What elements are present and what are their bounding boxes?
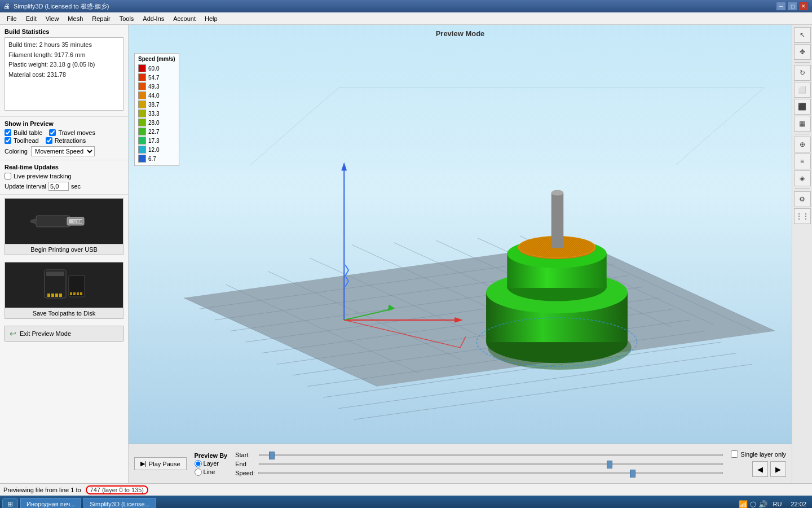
travel-moves-label: Travel moves	[58, 129, 95, 136]
legend-item-2: 49.3	[138, 82, 175, 91]
exit-preview-arrow-icon: ↩	[10, 329, 16, 338]
toolbar-separator-3	[795, 189, 810, 189]
coloring-select[interactable]: Movement Speed Feature Type Temperature	[31, 146, 95, 156]
legend-color-6	[138, 119, 146, 126]
live-preview-checkbox[interactable]	[5, 173, 11, 179]
bottom-controls: ▶| Play Pause Preview By Layer Line Star…	[129, 444, 792, 483]
retractions-label: Retractions	[55, 137, 86, 144]
exit-preview-label: Exit Preview Mode	[20, 330, 71, 337]
app-icon: 🖨	[3, 2, 10, 10]
taskbar-item-0[interactable]: Инородная печ...	[20, 498, 81, 508]
toolhead-checkbox[interactable]	[5, 137, 11, 144]
legend-item-10: 6.7	[138, 154, 175, 163]
realtime-section: Real-time Updates Live preview tracking …	[0, 160, 128, 195]
update-interval-label: Update interval	[5, 183, 46, 190]
svg-rect-9	[59, 294, 62, 297]
layer-radio[interactable]	[195, 460, 202, 467]
3d-viewport[interactable]: Preview Mode Speed (mm/s) 60.0 54.7 49.3	[129, 25, 792, 444]
view-front-icon[interactable]: ⬜	[794, 82, 811, 98]
legend-item-1: 54.7	[138, 73, 175, 82]
line-radio[interactable]	[195, 468, 202, 476]
menu-file[interactable]: File	[2, 14, 21, 23]
exit-preview-button[interactable]: ↩ Exit Preview Mode	[5, 326, 123, 341]
status-highlight: 747 (layer 0 to 135)	[86, 485, 148, 494]
menu-view[interactable]: View	[41, 14, 64, 23]
menu-help[interactable]: Help	[200, 14, 222, 23]
play-pause-button[interactable]: ▶| Play Pause	[134, 457, 187, 470]
view3d-icon[interactable]: ◈	[794, 170, 811, 186]
start-button[interactable]: ⊞	[2, 498, 18, 508]
titlebar-left: 🖨 Simplify3D (Licensed to 极惑·姻乡)	[3, 2, 109, 11]
taskbar-locale: RU	[770, 501, 785, 507]
move-icon[interactable]: ✥	[794, 44, 811, 60]
toolhead-label: Toolhead	[14, 137, 39, 144]
axis-icon[interactable]: ⊕	[794, 137, 811, 152]
sd-label: Save Toolpaths to Disk	[5, 308, 123, 318]
start-slider-track[interactable]	[259, 454, 723, 456]
speed-slider-thumb[interactable]	[630, 470, 636, 478]
taskbar-system-icons: 📶 ⬡ 🔊	[739, 500, 767, 509]
legend-color-8	[138, 137, 146, 144]
close-button[interactable]: ✕	[798, 2, 809, 11]
taskbar: ⊞ Инородная печ... Simplify3D (License..…	[0, 496, 812, 508]
end-slider-row: End	[235, 461, 723, 467]
toolhead-row: Toolhead Retractions	[5, 137, 123, 144]
maximize-button[interactable]: ◻	[787, 2, 797, 11]
legend-value-8: 17.3	[148, 138, 159, 144]
single-layer-row: Single layer only	[731, 450, 786, 458]
end-slider-thumb[interactable]	[607, 461, 612, 468]
coloring-label: Coloring	[5, 148, 28, 155]
stat-plastic: Plastic weight: 23.18 g (0.05 lb)	[8, 60, 120, 70]
build-table-label: Build table	[14, 129, 42, 136]
legend-color-2	[138, 82, 146, 90]
nav-prev-button[interactable]: ◀	[752, 461, 768, 477]
menu-repair[interactable]: Repair	[87, 14, 114, 23]
preview-by-title: Preview By	[195, 452, 228, 459]
menu-edit[interactable]: Edit	[21, 14, 41, 23]
minimize-button[interactable]: ─	[776, 2, 786, 11]
volume-icon: 🔊	[758, 500, 767, 509]
svg-line-16	[250, 87, 339, 165]
speed-slider-track[interactable]	[258, 472, 723, 474]
cursor-icon[interactable]: ↖	[794, 27, 811, 43]
svg-rect-0	[36, 216, 70, 227]
menu-mesh[interactable]: Mesh	[63, 14, 87, 23]
end-slider-track[interactable]	[259, 463, 723, 465]
stat-build-time: Build time: 2 hours 35 minutes	[8, 40, 120, 50]
start-label: Start	[235, 452, 255, 458]
legend-value-2: 49.3	[148, 84, 159, 90]
settings-icon[interactable]: ⚙	[794, 191, 811, 207]
update-interval-unit: sec	[71, 183, 81, 190]
titlebar: 🖨 Simplify3D (Licensed to 极惑·姻乡) ─ ◻ ✕	[0, 0, 812, 12]
menu-tools[interactable]: Tools	[115, 14, 139, 23]
nav-next-button[interactable]: ▶	[770, 461, 786, 477]
menu-account[interactable]: Account	[169, 14, 200, 23]
start-slider-thumb[interactable]	[269, 452, 275, 459]
end-label: End	[235, 461, 255, 467]
rotate-icon[interactable]: ↻	[794, 65, 811, 81]
update-interval-input[interactable]	[48, 182, 69, 191]
view-side-icon[interactable]: ⬛	[794, 99, 811, 115]
grid-icon[interactable]: ⋮⋮	[794, 208, 811, 224]
build-table-checkbox[interactable]	[5, 129, 11, 136]
taskbar-time: 22:02	[787, 501, 810, 507]
usb-svg: USB	[30, 202, 98, 241]
toolbar-separator-1	[795, 62, 810, 63]
legend-value-5: 33.3	[148, 111, 159, 117]
right-toolbar: ↖ ✥ ↻ ⬜ ⬛ ▦ ⊕ ≡ ◈ ⚙ ⋮⋮	[792, 25, 812, 483]
taskbar-item-1[interactable]: Simplify3D (License...	[83, 498, 156, 508]
layer-label: Layer	[204, 460, 219, 467]
svg-line-17	[676, 87, 764, 165]
sd-card[interactable]: Save Toolpaths to Disk	[5, 262, 123, 319]
sd-image	[5, 262, 123, 308]
usb-card[interactable]: USB Begin Printing over USB	[5, 198, 123, 255]
legend-color-9	[138, 146, 146, 154]
menu-addins[interactable]: Add-Ins	[138, 14, 169, 23]
layer-icon[interactable]: ≡	[794, 154, 811, 169]
taskbar-item-label-0: Инородная печ...	[27, 501, 75, 507]
retractions-checkbox[interactable]	[46, 137, 52, 144]
legend-color-0	[138, 64, 146, 72]
view-top-icon[interactable]: ▦	[794, 116, 811, 132]
single-layer-checkbox[interactable]	[731, 450, 738, 458]
travel-moves-checkbox[interactable]	[49, 129, 56, 136]
